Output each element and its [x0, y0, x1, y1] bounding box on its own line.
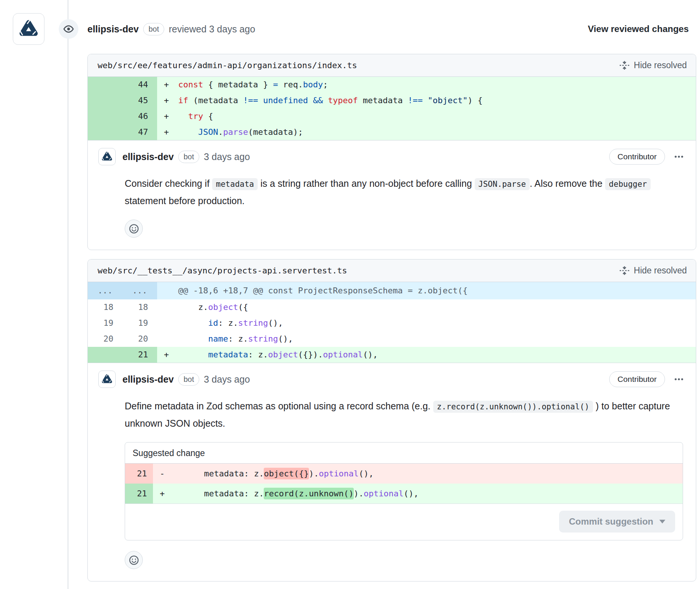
- code-token: id: [208, 318, 218, 328]
- file-path-1[interactable]: web/src/ee/features/admin-api/organizati…: [98, 61, 357, 70]
- bot-badge: bot: [143, 23, 164, 35]
- diff-block-1: 44 + const { metadata } = req.body; 45 +…: [88, 77, 696, 140]
- code-token: metadata: [358, 96, 408, 105]
- commit-suggestion-button[interactable]: Commit suggestion: [559, 511, 675, 533]
- code-token: ).: [309, 469, 319, 478]
- code-token: ({}).: [298, 350, 323, 359]
- suggested-change-title: Suggested change: [125, 443, 683, 464]
- old-line-number: [88, 124, 122, 140]
- old-line-number: 18: [88, 299, 122, 315]
- avatar[interactable]: [98, 371, 116, 388]
- fold-icon: [619, 266, 630, 276]
- comment-body: Consider checking if metadata is a strin…: [125, 175, 684, 209]
- code-token-deleted-word: object({}: [264, 468, 309, 479]
- diff-line-18: 18 18 z.object({: [88, 299, 696, 315]
- code-token: .: [218, 127, 223, 137]
- review-author[interactable]: ellipsis-dev: [87, 24, 139, 35]
- comment-author[interactable]: ellipsis-dev: [122, 151, 174, 162]
- code-token: ({: [238, 302, 248, 312]
- comment-body: Define metadata in Zod schemas as option…: [125, 398, 684, 432]
- code-line: if (metadata !== undefined && typeof met…: [178, 93, 696, 108]
- code-token: const: [178, 80, 203, 89]
- code-token: !==: [408, 96, 428, 105]
- line-number: 21: [125, 484, 153, 504]
- hunk-header-row: ... ... @@ -18,6 +18,7 @@ const ProjectR…: [88, 282, 696, 299]
- code-token: if: [178, 96, 188, 105]
- code-token: [178, 111, 188, 121]
- hide-resolved-label: Hide resolved: [634, 60, 687, 70]
- review-eye-badge: [59, 19, 78, 39]
- code-token: =: [273, 80, 283, 89]
- ellipsis-logo-icon: [101, 151, 113, 162]
- code-line: const { metadata } = req.body;: [178, 77, 696, 93]
- code-token: JSON: [198, 127, 218, 137]
- hunk-gutter-dots: ...: [122, 282, 157, 299]
- hide-resolved-label: Hide resolved: [634, 266, 687, 276]
- review-header: ellipsis-dev bot reviewed 3 days ago Vie…: [13, 12, 689, 46]
- code-token: z.: [178, 302, 208, 312]
- diff-line-46: 46 + try {: [88, 108, 696, 124]
- new-line-number: 19: [122, 315, 157, 331]
- code-token: (metadata);: [248, 127, 303, 137]
- code-line: metadata: z.record(z.unknown()).optional…: [174, 484, 683, 504]
- code-line: z.object({: [178, 299, 696, 315]
- comment-text: Define metadata in Zod schemas as option…: [125, 401, 433, 411]
- new-line-number: 47: [122, 124, 157, 140]
- new-line-number: 46: [122, 108, 157, 124]
- comment-text: . Also remove the: [530, 178, 605, 189]
- code-token: optional: [364, 489, 403, 498]
- old-line-number: 20: [88, 331, 122, 347]
- comment-options-button[interactable]: [674, 152, 684, 162]
- add-reaction-button[interactable]: [125, 551, 143, 569]
- code-token: object: [208, 302, 238, 312]
- file-path-2[interactable]: web/src/__tests__/async/projects-api.ser…: [98, 266, 347, 275]
- code-line: id: z.string(),: [178, 315, 696, 331]
- code-token: : z.: [248, 350, 268, 359]
- comment-timestamp[interactable]: 3 days ago: [204, 374, 250, 385]
- bot-badge: bot: [178, 373, 199, 386]
- hide-resolved-button-1[interactable]: Hide resolved: [619, 60, 687, 70]
- diff-marker: +: [157, 108, 178, 124]
- inline-code: JSON.parse: [475, 178, 530, 190]
- review-comment-2: ellipsis-dev bot 3 days ago Contributor …: [88, 363, 696, 581]
- comment-text: is a string rather than any non-object b…: [258, 178, 474, 189]
- diff-marker: +: [157, 347, 178, 363]
- add-reaction-button[interactable]: [125, 220, 143, 238]
- code-token: object: [268, 350, 298, 359]
- comment-author[interactable]: ellipsis-dev: [122, 374, 174, 385]
- code-token: (),: [363, 350, 378, 359]
- view-reviewed-changes-link[interactable]: View reviewed changes: [588, 24, 689, 34]
- code-token: ) {: [468, 96, 483, 105]
- diff-line-47: 47 + JSON.parse(metadata);: [88, 124, 696, 140]
- code-token: [178, 334, 208, 343]
- avatar[interactable]: [13, 13, 44, 45]
- diff-marker: -: [153, 464, 174, 484]
- review-action-text: reviewed 3 days ago: [169, 24, 255, 35]
- diff-marker: [157, 331, 178, 347]
- ellipsis-logo-icon: [18, 19, 39, 39]
- code-token: : z.: [218, 318, 238, 328]
- file-header-1: web/src/ee/features/admin-api/organizati…: [88, 54, 696, 77]
- review-thread-card-2: web/src/__tests__/async/projects-api.ser…: [87, 259, 696, 581]
- code-token: req.: [283, 80, 303, 89]
- code-token: ;: [323, 80, 328, 89]
- code-token: !== undefined &&: [243, 96, 328, 105]
- diff-block-2: ... ... @@ -18,6 +18,7 @@ const ProjectR…: [88, 282, 696, 363]
- avatar[interactable]: [98, 148, 116, 165]
- contributor-badge: Contributor: [609, 149, 665, 165]
- smiley-icon: [129, 224, 139, 234]
- code-token: : z.: [228, 334, 248, 343]
- review-comment-1: ellipsis-dev bot 3 days ago Contributor …: [88, 140, 696, 250]
- code-line: metadata: z.object({}).optional(),: [174, 464, 683, 484]
- comment-text: statement before production.: [125, 195, 245, 206]
- diff-marker: +: [153, 484, 174, 504]
- comment-options-button[interactable]: [674, 374, 684, 384]
- file-header-2: web/src/__tests__/async/projects-api.ser…: [88, 259, 696, 282]
- code-token: string: [248, 334, 278, 343]
- comment-timestamp[interactable]: 3 days ago: [204, 151, 250, 162]
- code-token: "object": [428, 96, 468, 105]
- hide-resolved-button-2[interactable]: Hide resolved: [619, 266, 687, 276]
- code-token: body: [303, 80, 323, 89]
- new-line-number: 45: [122, 93, 157, 108]
- suggestion-footer: Commit suggestion: [125, 504, 683, 540]
